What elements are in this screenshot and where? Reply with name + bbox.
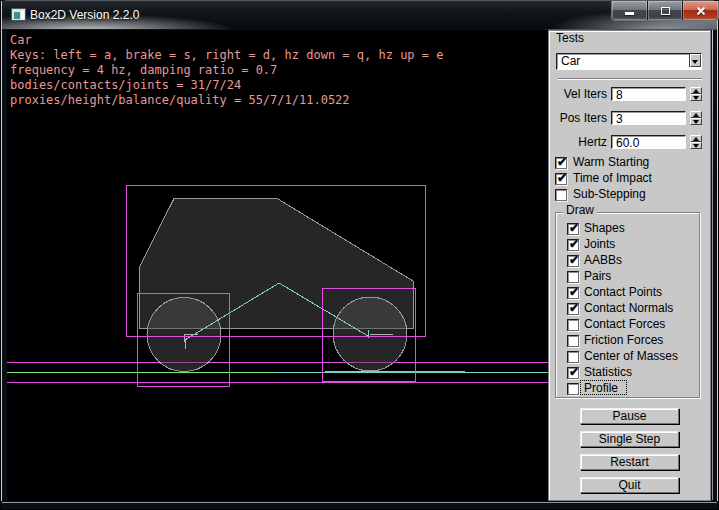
sub-stepping-label: Sub-Stepping <box>573 188 646 201</box>
joints-checkbox[interactable] <box>567 239 579 251</box>
hertz-up-button[interactable] <box>690 135 702 142</box>
down-arrow-icon <box>693 144 699 148</box>
center-of-masses-label: Center of Masses <box>584 350 678 363</box>
pause-button[interactable]: Pause <box>580 408 679 424</box>
profile-checkbox[interactable] <box>567 383 579 395</box>
window-title: Box2D Version 2.2.0 <box>30 8 139 22</box>
pairs-checkbox[interactable] <box>567 271 579 283</box>
pos-iters-input[interactable]: 3 <box>611 111 686 125</box>
window-border-right-glass <box>712 30 713 500</box>
warm-starting-label: Warm Starting <box>573 156 649 169</box>
aabbs-label: AABBs <box>584 254 622 267</box>
vel-iters-input[interactable]: 8 <box>611 87 686 101</box>
check-icon <box>568 286 580 298</box>
simulation-canvas[interactable]: CarKeys: left = a, brake = s, right = d,… <box>7 30 548 501</box>
shapes-checkbox[interactable] <box>567 223 579 235</box>
control-panel: Tests Car Vel Iters 8 Pos Iters 3 Hertz … <box>548 30 711 501</box>
vel-iters-label: Vel Iters <box>564 88 607 101</box>
contact-forces-label: Contact Forces <box>584 318 665 331</box>
app-icon-stripe <box>21 11 24 19</box>
pos-iters-down-button[interactable] <box>690 118 702 125</box>
contact-points-label: Contact Points <box>584 286 662 299</box>
maximize-button[interactable] <box>647 1 683 20</box>
tests-dropdown-button[interactable] <box>690 54 701 67</box>
app-icon[interactable] <box>11 8 26 21</box>
restart-button[interactable]: Restart <box>580 454 679 470</box>
separator <box>558 78 702 79</box>
vel-iters-up-button[interactable] <box>690 87 702 94</box>
check-icon <box>556 172 568 184</box>
check-icon <box>568 254 580 266</box>
check-icon <box>556 156 568 168</box>
window-border-right-highlight <box>717 1 718 509</box>
up-arrow-icon <box>693 89 699 93</box>
close-button[interactable] <box>682 1 718 20</box>
shapes-label: Shapes <box>584 222 625 235</box>
tests-dropdown[interactable]: Car <box>556 53 702 70</box>
contact-forces-checkbox[interactable] <box>567 319 579 331</box>
friction-forces-label: Friction Forces <box>584 334 663 347</box>
hertz-spinner <box>690 135 702 149</box>
quit-button[interactable]: Quit <box>580 477 679 493</box>
check-icon <box>568 238 580 250</box>
up-arrow-icon <box>693 113 699 117</box>
debug-draw-layer <box>7 30 548 501</box>
friction-forces-checkbox[interactable] <box>567 335 579 347</box>
tests-label: Tests <box>556 32 584 45</box>
contact-normals-checkbox[interactable] <box>567 303 579 315</box>
contact-points-checkbox[interactable] <box>567 287 579 299</box>
minimize-icon <box>625 12 634 15</box>
check-icon <box>568 366 580 378</box>
caption-buttons <box>611 1 719 21</box>
single-step-button[interactable]: Single Step <box>580 431 679 447</box>
title-bar[interactable]: Box2D Version 2.2.0 <box>2 0 717 29</box>
statistics-label: Statistics <box>584 366 632 379</box>
aabbs-checkbox[interactable] <box>567 255 579 267</box>
center-of-masses-checkbox[interactable] <box>567 351 579 363</box>
sub-stepping-checkbox[interactable] <box>555 189 567 201</box>
minimize-button[interactable] <box>612 1 647 20</box>
vel-iters-down-button[interactable] <box>690 94 702 101</box>
down-arrow-icon <box>693 96 699 100</box>
hertz-label: Hertz <box>578 136 607 149</box>
maximize-icon <box>661 7 670 15</box>
window-border-bottom <box>1 501 718 509</box>
pairs-label: Pairs <box>584 270 611 283</box>
hertz-down-button[interactable] <box>690 142 702 149</box>
vel-iters-spinner <box>690 87 702 101</box>
joints-label: Joints <box>584 238 615 251</box>
hertz-input[interactable]: 60.0 <box>611 135 686 149</box>
up-arrow-icon <box>693 137 699 141</box>
contact-normals-label: Contact Normals <box>584 302 673 315</box>
check-icon <box>568 302 580 314</box>
pos-iters-label: Pos Iters <box>560 112 607 125</box>
check-icon <box>568 222 580 234</box>
pos-iters-up-button[interactable] <box>690 111 702 118</box>
draw-group-title: Draw <box>563 204 597 217</box>
chevron-down-icon <box>692 60 698 64</box>
time-of-impact-label: Time of Impact <box>573 172 652 185</box>
tests-dropdown-value: Car <box>561 55 580 68</box>
down-arrow-icon <box>693 120 699 124</box>
profile-label: Profile <box>584 382 618 395</box>
warm-starting-checkbox[interactable] <box>555 157 567 169</box>
app-icon-content <box>14 12 20 19</box>
pos-iters-spinner <box>690 111 702 125</box>
statistics-checkbox[interactable] <box>567 367 579 379</box>
window-border-bottom-highlight <box>2 502 717 503</box>
time-of-impact-checkbox[interactable] <box>555 173 567 185</box>
